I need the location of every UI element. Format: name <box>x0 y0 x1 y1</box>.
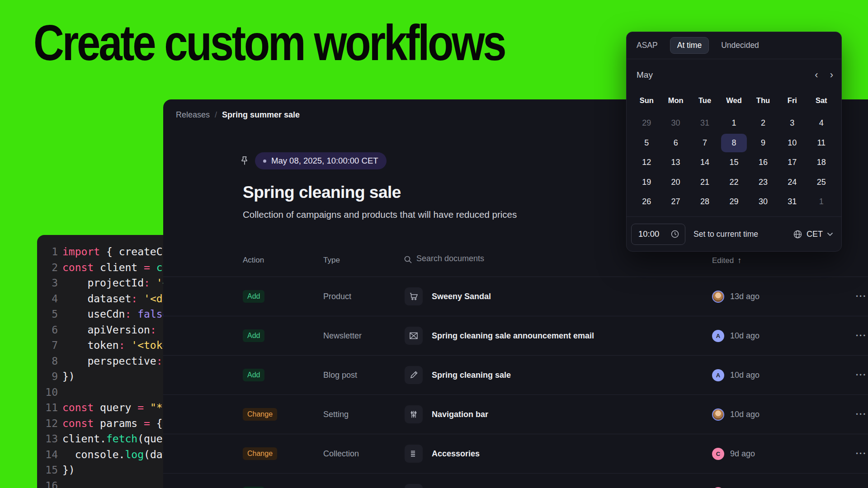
calendar-day[interactable]: 14 <box>690 153 719 173</box>
table-row[interactable]: Add <box>163 473 868 488</box>
document-title[interactable]: Sweeny Sandal <box>423 292 712 301</box>
code-token: fetch <box>106 433 137 445</box>
schedule-dot-icon <box>263 160 266 163</box>
tab-asap[interactable]: ASAP <box>637 38 658 53</box>
calendar-grid: 2930311234567891011121314151617181920212… <box>632 113 836 212</box>
row-menu-button[interactable]: ••• <box>846 293 868 300</box>
table-row[interactable]: Change Setting Navigation bar 10d ago ••… <box>163 394 868 434</box>
calendar-day[interactable]: 18 <box>807 153 836 173</box>
previous-month-button[interactable]: ‹ <box>815 70 818 80</box>
breadcrumb-releases[interactable]: Releases <box>176 110 210 120</box>
code-token: params <box>94 418 144 429</box>
table-row[interactable]: Add Newsletter Spring cleaning sale anno… <box>163 316 868 355</box>
calendar-day[interactable]: 24 <box>778 173 807 192</box>
edited-time: 10d ago <box>730 331 760 341</box>
code-token: }) <box>62 464 75 476</box>
edited-cell: A 10d ago <box>712 369 846 381</box>
calendar-day[interactable]: 26 <box>632 192 661 212</box>
release-subtitle: Collection of campaigns and products tha… <box>243 209 517 220</box>
code-token: dataset <box>62 293 131 305</box>
calendar-day[interactable]: 20 <box>661 173 690 192</box>
calendar-day[interactable]: 4 <box>807 113 836 133</box>
code-token: apiVersion <box>62 324 150 336</box>
calendar-day[interactable]: 9 <box>749 133 778 153</box>
code-token: = <box>144 262 150 273</box>
calendar-day-selected[interactable]: 8 <box>721 134 746 153</box>
schedule-popover: ASAP At time Undecided May ‹ › Sun Mon T… <box>626 32 842 252</box>
edited-cell: 13d ago <box>712 291 846 303</box>
row-menu-button[interactable]: ••• <box>846 372 868 378</box>
column-header-action: Action <box>243 256 264 265</box>
calendar-day[interactable]: 29 <box>719 192 748 212</box>
line-number: 6 <box>37 324 58 336</box>
code-token: : <box>119 339 125 351</box>
code-token: '<toke <box>125 339 169 351</box>
weekday-label: Tue <box>690 96 719 105</box>
calendar-day[interactable]: 3 <box>778 113 807 133</box>
calendar-day[interactable]: 12 <box>632 153 661 173</box>
document-title[interactable]: Spring cleaning sale <box>423 371 712 380</box>
calendar-day[interactable]: 27 <box>661 192 690 212</box>
search-box[interactable] <box>402 250 547 267</box>
calendar-day[interactable]: 17 <box>778 153 807 173</box>
calendar-day[interactable]: 28 <box>690 192 719 212</box>
table-row[interactable]: Add Product Sweeny Sandal 13d ago ••• <box>163 277 868 316</box>
calendar-day[interactable]: 7 <box>690 133 719 153</box>
table-row[interactable]: Add Blog post Spring cleaning sale A 10d… <box>163 355 868 394</box>
row-menu-button[interactable]: ••• <box>846 411 868 418</box>
calendar-day[interactable]: 22 <box>719 173 748 192</box>
set-current-time-button[interactable]: Set to current time <box>693 230 758 239</box>
calendar-day[interactable]: 30 <box>661 113 690 133</box>
weekday-label: Mon <box>661 96 690 105</box>
calendar-day[interactable]: 1 <box>719 113 748 133</box>
code-token: : <box>131 293 137 305</box>
calendar-day[interactable]: 10 <box>778 133 807 153</box>
calendar-day[interactable]: 30 <box>749 192 778 212</box>
code-token: query <box>94 402 137 413</box>
next-month-button[interactable]: › <box>830 70 833 80</box>
calendar-day[interactable]: 1 <box>807 192 836 212</box>
pin-icon[interactable] <box>240 156 249 166</box>
calendar-day[interactable]: 2 <box>749 113 778 133</box>
document-title[interactable]: Navigation bar <box>423 410 712 419</box>
calendar-day[interactable]: 11 <box>807 133 836 153</box>
calendar-day[interactable]: 31 <box>778 192 807 212</box>
line-number: 10 <box>37 386 58 398</box>
calendar-day[interactable]: 29 <box>632 113 661 133</box>
search-input[interactable] <box>402 250 547 267</box>
row-menu-button[interactable]: ••• <box>846 450 868 457</box>
user-avatar <box>712 291 724 303</box>
calendar-day[interactable]: 15 <box>719 153 748 173</box>
line-number: 9 <box>37 371 58 382</box>
calendar-day[interactable]: 13 <box>661 153 690 173</box>
cart-icon <box>405 287 423 305</box>
calendar-day[interactable]: 19 <box>632 173 661 192</box>
tab-undecided[interactable]: Undecided <box>721 38 759 53</box>
line-number: 15 <box>37 464 58 476</box>
calendar-day[interactable]: 6 <box>661 133 690 153</box>
line-number: 12 <box>37 418 58 429</box>
table-row[interactable]: Change Collection Accessories C 9d ago •… <box>163 434 868 473</box>
document-title[interactable]: Accessories <box>423 449 712 459</box>
calendar-day[interactable]: 23 <box>749 173 778 192</box>
time-input[interactable]: 10:00 <box>631 224 685 245</box>
tab-at-time[interactable]: At time <box>670 37 709 54</box>
calendar-day[interactable]: 21 <box>690 173 719 192</box>
edited-cell: A 10d ago <box>712 330 846 342</box>
column-header-edited[interactable]: Edited ↑ <box>712 256 741 265</box>
calendar-day[interactable]: 5 <box>632 133 661 153</box>
timezone-selector[interactable]: CET <box>793 230 833 239</box>
sort-ascending-icon: ↑ <box>737 256 741 265</box>
clock-icon <box>670 230 679 239</box>
edited-time: 9d ago <box>730 449 755 459</box>
line-number: 1 <box>37 246 58 258</box>
document-icon <box>405 484 423 488</box>
month-label: May <box>637 70 653 80</box>
calendar-day[interactable]: 16 <box>749 153 778 173</box>
schedule-pill[interactable]: May 08, 2025, 10:00:00 CET <box>255 152 387 169</box>
type-cell: Blog post <box>323 371 405 380</box>
calendar-day[interactable]: 31 <box>690 113 719 133</box>
document-title[interactable]: Spring cleaning sale announcement email <box>423 331 712 341</box>
calendar-day[interactable]: 25 <box>807 173 836 192</box>
row-menu-button[interactable]: ••• <box>846 333 868 339</box>
